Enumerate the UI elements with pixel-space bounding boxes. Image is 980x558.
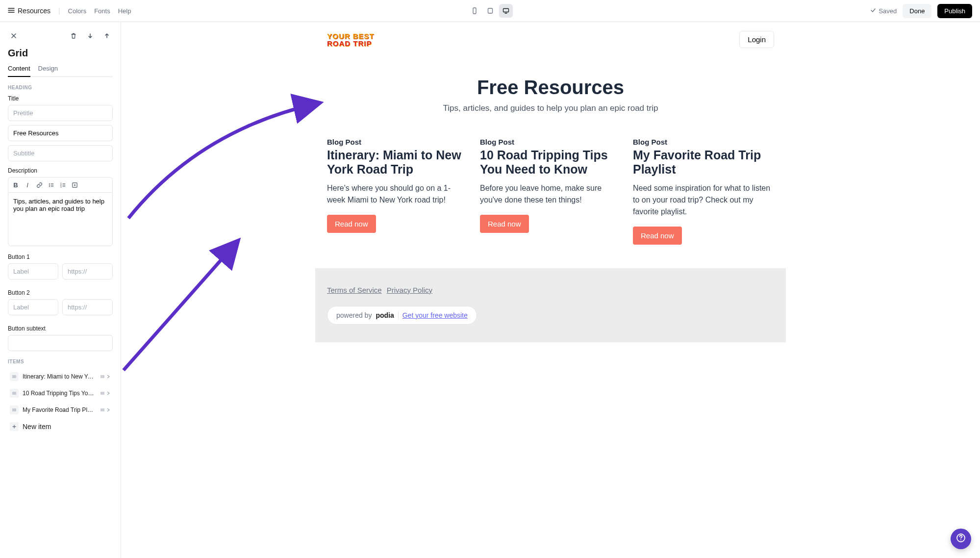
- device-mobile-button[interactable]: [468, 4, 481, 18]
- powered-by-label: powered by: [336, 311, 372, 319]
- device-desktop-button[interactable]: [499, 4, 513, 18]
- tos-link[interactable]: Terms of Service: [327, 286, 382, 294]
- preview-frame: YOUR BEST ROAD TRIP Login Free Resources…: [315, 22, 786, 342]
- button2-label-input[interactable]: [8, 299, 58, 315]
- card-category: Blog Post: [480, 138, 621, 146]
- drag-handle-icon[interactable]: [10, 406, 19, 414]
- items-list: Itinerary: Miami to New York… 10 Road Tr…: [8, 369, 113, 434]
- move-up-button[interactable]: [101, 30, 113, 42]
- button-subtext-field-label: Button subtext: [8, 325, 113, 332]
- item-row[interactable]: My Favorite Road Trip Playlist: [8, 403, 113, 417]
- hero-section: Free Resources Tips, articles, and guide…: [315, 57, 786, 123]
- item-row[interactable]: Itinerary: Miami to New York…: [8, 369, 113, 384]
- item-row[interactable]: 10 Road Tripping Tips You N…: [8, 386, 113, 401]
- delete-button[interactable]: [68, 30, 79, 42]
- card: Blog Post Itinerary: Miami to New York R…: [327, 138, 468, 245]
- card: Blog Post My Favorite Road Trip Playlist…: [633, 138, 774, 245]
- site-header: YOUR BEST ROAD TRIP Login: [315, 22, 786, 57]
- bold-button[interactable]: B: [10, 179, 21, 190]
- read-now-button[interactable]: Read now: [633, 227, 682, 245]
- svg-text:3: 3: [60, 186, 61, 188]
- drag-handle-icon[interactable]: [10, 389, 19, 398]
- item-menu-icon[interactable]: [100, 406, 105, 414]
- privacy-link[interactable]: Privacy Policy: [387, 286, 432, 294]
- heading-section-label: HEADING: [8, 85, 113, 90]
- italic-button[interactable]: I: [22, 179, 33, 190]
- drag-handle-icon[interactable]: [10, 372, 19, 381]
- colors-link[interactable]: Colors: [68, 7, 87, 15]
- move-down-button[interactable]: [84, 30, 96, 42]
- chevron-right-icon[interactable]: [106, 406, 111, 414]
- device-tablet-button[interactable]: [483, 4, 497, 18]
- sidebar-tabs: Content Design: [8, 65, 113, 77]
- main: Grid Content Design HEADING Title Descri…: [0, 22, 980, 558]
- help-fab-button[interactable]: [951, 529, 971, 549]
- hero-title: Free Resources: [327, 76, 774, 99]
- publish-button[interactable]: Publish: [937, 4, 972, 18]
- plus-icon: [10, 422, 19, 431]
- logo-line-1: YOUR BEST: [327, 32, 375, 40]
- sidebar-header: [8, 30, 113, 42]
- get-website-link[interactable]: Get your free website: [402, 311, 468, 319]
- tab-design[interactable]: Design: [38, 65, 58, 76]
- item-label: Itinerary: Miami to New York…: [23, 373, 96, 380]
- card-description: Here's where you should go on a 1-week M…: [327, 182, 468, 206]
- topbar-left: Resources | Colors Fonts Help: [8, 7, 131, 15]
- login-button[interactable]: Login: [739, 31, 774, 48]
- check-icon: [870, 7, 877, 15]
- svg-point-3: [49, 183, 50, 184]
- ordered-list-button[interactable]: 123: [57, 179, 68, 190]
- sidebar: Grid Content Design HEADING Title Descri…: [0, 22, 121, 558]
- help-link[interactable]: Help: [118, 7, 131, 15]
- link-button[interactable]: [34, 179, 45, 190]
- new-item-label: New item: [23, 423, 51, 431]
- hero-description: Tips, articles, and guides to help you p…: [327, 103, 774, 113]
- chevron-right-icon[interactable]: [106, 389, 111, 397]
- bullet-list-button[interactable]: [46, 179, 56, 190]
- podia-brand: podia: [376, 311, 394, 319]
- fonts-link[interactable]: Fonts: [94, 7, 110, 15]
- button2-field-label: Button 2: [8, 289, 113, 296]
- svg-point-5: [49, 186, 50, 187]
- site-logo[interactable]: YOUR BEST ROAD TRIP: [327, 32, 375, 47]
- page-name: Resources: [18, 7, 50, 15]
- card-description: Before you leave home, make sure you've …: [480, 182, 621, 206]
- subtitle-input[interactable]: [8, 145, 113, 161]
- close-button[interactable]: [8, 30, 20, 42]
- separator: [398, 311, 399, 319]
- page-selector[interactable]: Resources: [8, 7, 50, 15]
- button2-url-input[interactable]: [62, 299, 113, 315]
- item-menu-icon[interactable]: [100, 373, 105, 380]
- read-now-button[interactable]: Read now: [327, 215, 376, 233]
- description-textarea[interactable]: Tips, articles, and guides to help you p…: [8, 192, 113, 246]
- card-title: My Favorite Road Trip Playlist: [633, 148, 774, 177]
- tab-content[interactable]: Content: [8, 65, 30, 77]
- annotation-arrow-icon: [121, 228, 249, 375]
- svg-rect-2: [503, 9, 508, 12]
- saved-indicator: Saved: [870, 7, 897, 15]
- preview-canvas: YOUR BEST ROAD TRIP Login Free Resources…: [121, 22, 980, 558]
- card-description: Need some inspiration for what to listen…: [633, 182, 774, 218]
- done-button[interactable]: Done: [903, 4, 931, 18]
- cards-grid: Blog Post Itinerary: Miami to New York R…: [315, 123, 786, 268]
- card-category: Blog Post: [633, 138, 774, 146]
- sidebar-title: Grid: [8, 48, 113, 59]
- button-subtext-input[interactable]: [8, 335, 113, 351]
- item-menu-icon[interactable]: [100, 389, 105, 397]
- title-input[interactable]: [8, 125, 113, 141]
- read-now-button[interactable]: Read now: [480, 215, 529, 233]
- chevron-right-icon[interactable]: [106, 373, 111, 380]
- rich-text-toolbar: B I 123: [8, 177, 113, 192]
- pretitle-input[interactable]: [8, 105, 113, 121]
- button1-url-input[interactable]: [62, 263, 113, 279]
- hamburger-icon: [8, 7, 15, 15]
- button1-label-input[interactable]: [8, 263, 58, 279]
- footer-links: Terms of Service Privacy Policy: [327, 286, 774, 294]
- separator: |: [58, 7, 60, 15]
- site-footer: Terms of Service Privacy Policy powered …: [315, 268, 786, 342]
- card-title: Itinerary: Miami to New York Road Trip: [327, 148, 468, 177]
- insert-button[interactable]: [69, 179, 80, 190]
- items-section-label: ITEMS: [8, 359, 113, 364]
- new-item-button[interactable]: New item: [8, 419, 113, 434]
- description-field-label: Description: [8, 167, 113, 174]
